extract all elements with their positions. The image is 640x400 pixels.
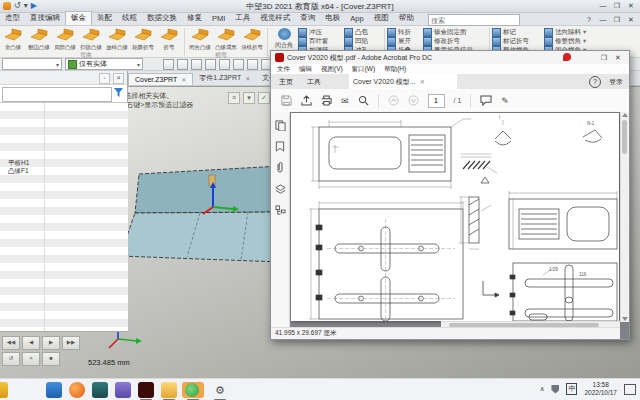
ribbon-tab[interactable]: 线框: [117, 12, 142, 25]
file-explorer-icon[interactable]: [161, 382, 177, 398]
ribbon-button[interactable]: 闭合凸缘: [187, 26, 213, 58]
ide-app-icon[interactable]: [115, 382, 131, 398]
zw3d-minimize-button[interactable]: —: [596, 0, 610, 11]
fast-forward-button[interactable]: ▶▶: [62, 336, 80, 350]
ribbon-small-button[interactable]: 钣金固定面: [423, 28, 487, 36]
menu-view[interactable]: 视图(V): [321, 65, 343, 74]
menu-window[interactable]: 窗口(W): [352, 65, 375, 74]
options-icon[interactable]: ≡: [228, 92, 240, 104]
close-tab-icon[interactable]: ✕: [420, 78, 425, 85]
panel-search-input[interactable]: [2, 87, 112, 102]
ribbon-small-button[interactable]: 展开: [387, 37, 423, 45]
menu-file[interactable]: 文件: [277, 65, 290, 74]
pin-panel-icon[interactable]: ▫: [99, 73, 110, 84]
zw3d-close-button[interactable]: ✕: [624, 0, 638, 11]
doc-restore-button[interactable]: ❐: [610, 14, 624, 25]
filter-combo[interactable]: 仅有实体 ▾: [65, 58, 143, 70]
vertical-scroll-thumb[interactable]: [622, 120, 627, 154]
notification-icon[interactable]: [624, 384, 636, 395]
tray-shield-icon[interactable]: [551, 385, 559, 394]
ribbon-tab[interactable]: 数据交换: [142, 12, 182, 25]
tab-tools[interactable]: 工具: [307, 77, 321, 87]
filter-funnel-icon[interactable]: [113, 87, 124, 98]
document-tab[interactable]: 零件1.Z3PRT✕: [193, 71, 256, 85]
previous-page-icon[interactable]: [388, 95, 399, 106]
browser-app-icon[interactable]: [69, 382, 85, 398]
ribbon-small-button[interactable]: 法向除料▾: [544, 28, 602, 36]
history-item[interactable]: 平板H1: [8, 159, 29, 167]
settings-gear-icon[interactable]: ⚙: [212, 382, 228, 398]
next-page-icon[interactable]: [408, 95, 419, 106]
ribbon-small-button[interactable]: 凹陷: [344, 37, 382, 45]
stop-button[interactable]: ×: [22, 352, 40, 366]
help-circle-icon[interactable]: ?: [589, 76, 601, 88]
step-forward-button[interactable]: ▶: [42, 336, 60, 350]
model-tree-icon[interactable]: [275, 205, 286, 216]
ribbon-button[interactable]: 轮廓折弯: [130, 26, 156, 58]
ribbon-small-button[interactable]: 冲压: [298, 28, 344, 36]
selection-combo[interactable]: ▾: [2, 58, 62, 70]
attachments-paperclip-icon[interactable]: [275, 162, 285, 174]
ribbon-tab[interactable]: 视图: [369, 12, 394, 25]
ribbon-small-button[interactable]: 修整拐角▾: [544, 37, 602, 45]
document-tab-active[interactable]: Cover.Z3PRT✕: [128, 73, 193, 85]
ribbon-small-button[interactable]: 转折: [387, 28, 423, 36]
bookmarks-icon[interactable]: [275, 141, 285, 152]
page-number-input[interactable]: [428, 94, 445, 108]
toolbar-icon-zoom[interactable]: [233, 59, 244, 70]
edit-pencil-icon[interactable]: ✎: [501, 96, 509, 106]
security-app-icon[interactable]: [92, 382, 108, 398]
menu-help[interactable]: 帮助(H): [384, 65, 406, 74]
rewind-button[interactable]: ◀◀: [2, 336, 20, 350]
ribbon-tab[interactable]: App: [345, 13, 368, 25]
close-tab-icon[interactable]: ✕: [181, 76, 186, 83]
clock[interactable]: 13:58 2022/10/17: [584, 381, 617, 397]
email-icon[interactable]: ✉: [341, 96, 349, 106]
photos-app-icon[interactable]: [46, 382, 62, 398]
comment-icon[interactable]: [480, 95, 492, 106]
layers-icon[interactable]: [275, 184, 286, 195]
history-item[interactable]: 凸缘F1: [8, 167, 29, 175]
tab-home[interactable]: 主页: [279, 77, 293, 87]
print-icon[interactable]: [321, 95, 332, 106]
search-icon[interactable]: [358, 95, 369, 106]
ribbon-button[interactable]: 全凸缘: [0, 26, 26, 58]
pdf-page[interactable]: I N-1 1.09 116: [291, 113, 619, 321]
ribbon-button[interactable]: 沿线折弯: [239, 26, 265, 58]
replay-button[interactable]: ↺: [2, 352, 20, 366]
close-tab-icon[interactable]: ✕: [245, 75, 250, 82]
acrobat-close-button[interactable]: ✕: [611, 52, 625, 63]
dropdown-icon[interactable]: ▾: [243, 92, 255, 104]
ribbon-tab[interactable]: 装配: [92, 12, 117, 25]
acrobat-document-tab[interactable]: Cover V2020 模型... ✕: [349, 74, 457, 89]
page-thumbnails-icon[interactable]: [275, 120, 286, 131]
ribbon-tab[interactable]: 直接编辑: [25, 12, 65, 25]
vertical-scrollbar[interactable]: [620, 112, 629, 322]
share-upload-icon[interactable]: [301, 95, 312, 106]
history-table[interactable]: 平板H1 凸缘F1: [0, 102, 128, 331]
close-panel-icon[interactable]: ✕: [113, 73, 124, 84]
save-icon[interactable]: [281, 95, 292, 106]
ribbon-small-button[interactable]: 百叶窗: [298, 37, 344, 45]
menu-edit[interactable]: 编辑: [299, 65, 312, 74]
ribbon-button[interactable]: 翻边凸缘: [26, 26, 52, 58]
ribbon-tab-sheetmetal-active[interactable]: 钣金: [65, 11, 92, 25]
ribbon-tab[interactable]: 帮助: [394, 12, 419, 25]
doc-close-button[interactable]: ✕: [624, 14, 638, 25]
shade-button[interactable]: ■: [42, 352, 60, 366]
ribbon-tab[interactable]: 修复: [182, 12, 207, 25]
taskbar-app-icon-partial[interactable]: [0, 382, 8, 398]
ribbon-small-button[interactable]: 修改折弯: [423, 37, 487, 45]
ribbon-button[interactable]: 局部凸缘: [52, 26, 78, 58]
ime-indicator[interactable]: 中: [566, 383, 577, 395]
toolbar-icon-copy[interactable]: [177, 59, 188, 70]
ribbon-tab[interactable]: PMI: [207, 13, 230, 25]
ribbon-search-input[interactable]: [428, 14, 520, 26]
acrobat-taskbar-icon[interactable]: [138, 382, 154, 398]
acrobat-restore-button[interactable]: ❐: [597, 52, 611, 63]
scroll-up-icon[interactable]: [622, 113, 628, 117]
scroll-down-icon[interactable]: [622, 317, 628, 321]
ribbon-tab[interactable]: 视觉样式: [255, 12, 295, 25]
confirm-icon[interactable]: ✓: [258, 92, 270, 104]
ribbon-tab[interactable]: 查询: [295, 12, 320, 25]
